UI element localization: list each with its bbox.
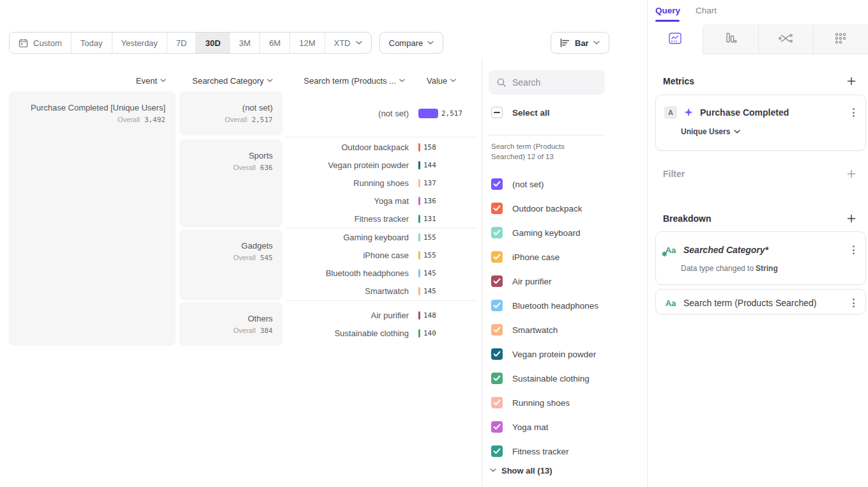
checkbox[interactable]	[491, 227, 503, 238]
chevron-down-icon	[427, 41, 434, 45]
checkbox[interactable]	[491, 421, 503, 433]
table-row[interactable]: Smartwatch 145	[286, 282, 477, 300]
checkbox-item[interactable]: Fitness tracker	[491, 439, 598, 463]
breakdown-card-search-term[interactable]: Aa Search term (Products Searched)	[655, 289, 866, 314]
kebab-menu-icon[interactable]	[850, 296, 857, 310]
flows-tab[interactable]	[758, 24, 813, 54]
active-tab-underline	[655, 20, 680, 22]
category-cell[interactable]: Sports Overall636	[179, 139, 282, 228]
add-filter-button[interactable]	[846, 169, 857, 179]
checkbox-label: Vegan protein powder	[512, 350, 596, 359]
category-name: (not set)	[179, 103, 273, 112]
search-box	[489, 70, 605, 95]
column-header-event[interactable]: Event	[109, 75, 166, 86]
term-label: iPhone case	[286, 251, 409, 260]
funnels-tab[interactable]	[703, 24, 758, 54]
table-row[interactable]: Gaming keyboard 155	[286, 228, 477, 246]
date-yesterday[interactable]: Yesterday	[112, 33, 167, 53]
breakdown-card-searched-category[interactable]: Aa✱ Searched Category* Data type changed…	[655, 231, 866, 285]
category-cell[interactable]: Gadgets Overall545	[179, 229, 282, 300]
checkbox-label: Gaming keyboard	[512, 228, 581, 238]
date-6m[interactable]: 6M	[259, 33, 289, 53]
tab-chart[interactable]: Chart	[696, 6, 717, 15]
date-custom[interactable]: Custom	[10, 33, 71, 53]
column-header-value[interactable]: Value	[427, 75, 456, 86]
checkbox[interactable]	[491, 300, 503, 311]
table-row[interactable]: Bluetooth headphones 145	[286, 264, 477, 282]
event-cell[interactable]: Purchase Completed [Unique Users] Overal…	[9, 91, 176, 346]
kebab-menu-icon[interactable]	[850, 105, 857, 120]
metric-event-name: Purchase Completed	[700, 107, 789, 118]
checkbox-label: Running shoes	[512, 398, 570, 408]
search-input[interactable]	[512, 77, 595, 88]
funnel-bars-icon	[724, 32, 737, 47]
table-row[interactable]: Running shoes 137	[286, 174, 477, 192]
checkbox[interactable]	[491, 445, 503, 457]
table-row[interactable]: Yoga mat 136	[286, 192, 477, 210]
divider	[487, 135, 605, 135]
checkbox[interactable]	[491, 348, 503, 360]
checkbox-item[interactable]: Air purifier	[491, 269, 598, 293]
date-3m[interactable]: 3M	[229, 33, 259, 53]
value-bar	[418, 143, 420, 151]
table-row[interactable]: Outdoor backpack 158	[286, 138, 477, 156]
show-all-link[interactable]: Show all (13)	[490, 463, 552, 478]
term-label: Yoga mat	[286, 196, 409, 206]
select-all[interactable]: Select all	[491, 107, 550, 118]
table-row[interactable]: Sustainable clothing 140	[286, 324, 477, 342]
checkbox-label: Outdoor backpack	[512, 204, 582, 213]
line-chart-icon	[669, 33, 681, 47]
date-today[interactable]: Today	[71, 33, 112, 53]
checkbox[interactable]	[491, 324, 503, 336]
chevron-down-icon	[267, 79, 273, 82]
kebab-menu-icon[interactable]	[850, 243, 857, 257]
checkbox[interactable]	[491, 203, 503, 214]
chart-type-button[interactable]: Bar	[551, 32, 609, 54]
checkbox-item[interactable]: Gaming keyboard	[491, 220, 598, 245]
term-label: Outdoor backpack	[286, 143, 409, 152]
category-cell[interactable]: Others Overall384	[179, 302, 282, 346]
date-7d[interactable]: 7D	[167, 33, 196, 53]
checkbox[interactable]	[491, 251, 503, 263]
table-row[interactable]: iPhone case 155	[286, 246, 477, 264]
date-xtd[interactable]: XTD	[324, 33, 371, 53]
column-header-search-term[interactable]: Search term (Products ...	[275, 75, 405, 86]
select-all-checkbox[interactable]	[491, 107, 503, 118]
table-row[interactable]: (not set) 2,517	[286, 104, 477, 122]
checkbox[interactable]	[491, 178, 503, 190]
measure-selector[interactable]: Unique Users	[681, 127, 740, 136]
table-row[interactable]: Vegan protein powder 144	[286, 156, 477, 174]
category-cell[interactable]: (not set) Overall2,517	[179, 91, 282, 135]
term-value: 155	[423, 233, 436, 242]
event-name: Purchase Completed [Unique Users]	[9, 103, 165, 112]
term-value: 145	[423, 269, 436, 277]
insights-tab[interactable]	[648, 24, 703, 54]
metric-card[interactable]: A Purchase Completed Unique Users	[655, 95, 866, 151]
retention-tab[interactable]	[813, 24, 868, 54]
checkbox[interactable]	[491, 373, 503, 384]
tab-query[interactable]: Query	[655, 6, 680, 15]
date-30d[interactable]: 30D	[195, 33, 229, 53]
checkbox-item[interactable]: Bluetooth headphones	[491, 293, 598, 318]
table-row[interactable]: Fitness tracker 131	[286, 210, 477, 228]
checkbox-item[interactable]: (not set)	[491, 172, 598, 196]
checkbox[interactable]	[491, 275, 503, 287]
term-checklist: (not set) Outdoor backpack Gaming keyboa…	[491, 172, 598, 463]
add-metric-button[interactable]	[846, 76, 857, 86]
checkbox-item[interactable]: iPhone case	[491, 245, 598, 269]
compare-button[interactable]: Compare	[379, 32, 443, 54]
add-breakdown-button[interactable]	[846, 213, 857, 224]
term-value: 140	[423, 329, 436, 337]
checkbox-item[interactable]: Smartwatch	[491, 318, 598, 342]
checkbox-item[interactable]: Vegan protein powder	[491, 342, 598, 366]
checkbox-item[interactable]: Running shoes	[491, 390, 598, 415]
checkbox[interactable]	[491, 397, 503, 408]
checkbox-item[interactable]: Sustainable clothing	[491, 366, 598, 390]
term-label: Air purifier	[286, 311, 409, 320]
column-header-searched-category[interactable]: Searched Category	[160, 75, 273, 86]
table-row[interactable]: Air purifier 148	[286, 306, 477, 324]
checkbox-item[interactable]: Yoga mat	[491, 415, 598, 439]
date-12m[interactable]: 12M	[289, 33, 324, 53]
checkbox-item[interactable]: Outdoor backpack	[491, 196, 598, 220]
date-range-control: Custom Today Yesterday 7D 30D 3M 6M 12M …	[9, 32, 372, 54]
